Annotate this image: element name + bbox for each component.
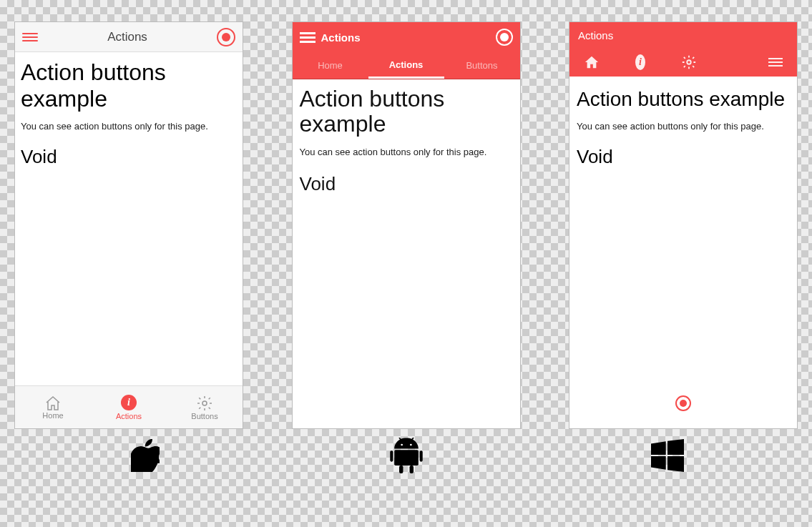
svg-point-0 <box>202 401 207 405</box>
record-action-icon[interactable] <box>675 395 691 411</box>
content-heading: Action buttons example <box>577 88 790 111</box>
content-subtext: You can see action buttons only for this… <box>21 121 237 132</box>
android-logo-icon <box>388 438 424 473</box>
tab-buttons[interactable]: Buttons <box>444 52 520 79</box>
tab-home[interactable]: Home <box>293 52 368 79</box>
void-heading: Void <box>21 146 237 168</box>
page-title: Actions <box>578 29 613 41</box>
windows-logo-icon <box>650 438 685 473</box>
os-logo-row <box>0 438 812 473</box>
tab-label: Buttons <box>191 412 217 420</box>
device-ios: Actions Action buttons example You can s… <box>14 21 243 429</box>
tab-label: Actions <box>116 412 142 420</box>
svg-point-1 <box>687 60 691 64</box>
svg-rect-4 <box>394 450 419 466</box>
ios-tabbar: Home i Actions Buttons <box>15 385 243 428</box>
svg-rect-7 <box>399 466 403 473</box>
svg-rect-5 <box>390 450 393 461</box>
home-icon[interactable] <box>584 55 600 69</box>
tab-home[interactable]: Home <box>15 386 91 428</box>
android-content: Action buttons example You can see actio… <box>293 79 520 428</box>
content-subtext: You can see action buttons only for this… <box>300 147 513 157</box>
device-windows: Actions i Action buttons example You can… <box>569 21 798 429</box>
svg-point-2 <box>401 444 403 446</box>
svg-point-3 <box>410 444 412 446</box>
svg-marker-12 <box>667 456 684 472</box>
content-heading: Action buttons example <box>300 87 513 137</box>
device-android: Actions Home Actions Buttons Action butt… <box>292 21 521 429</box>
windows-bottom-bar <box>577 385 790 421</box>
device-comparison-stage: Actions Action buttons example You can s… <box>0 0 812 429</box>
void-heading: Void <box>300 173 513 195</box>
windows-content: Action buttons example You can see actio… <box>569 77 797 428</box>
tab-buttons[interactable]: Buttons <box>167 386 243 428</box>
windows-action-bar: i <box>569 48 797 77</box>
apple-logo-icon <box>127 438 163 473</box>
android-header: Actions <box>293 22 520 52</box>
menu-icon[interactable] <box>768 56 783 69</box>
info-icon[interactable]: i <box>635 54 645 70</box>
windows-header: Actions <box>569 22 797 48</box>
page-title: Actions <box>321 31 361 44</box>
ios-content: Action buttons example You can see actio… <box>15 52 243 385</box>
svg-marker-9 <box>651 441 666 455</box>
home-icon <box>44 395 62 411</box>
record-action-icon[interactable] <box>496 29 513 46</box>
gear-icon <box>196 395 213 412</box>
svg-marker-11 <box>651 456 666 470</box>
svg-rect-8 <box>409 466 413 473</box>
void-heading: Void <box>577 146 790 168</box>
record-action-icon[interactable] <box>217 28 235 46</box>
svg-marker-10 <box>667 439 684 455</box>
content-subtext: You can see action buttons only for this… <box>577 121 790 132</box>
gear-icon[interactable] <box>681 54 697 70</box>
ios-header: Actions <box>15 22 243 52</box>
page-title: Actions <box>107 30 147 44</box>
svg-rect-6 <box>419 450 422 461</box>
info-icon: i <box>121 395 137 410</box>
menu-icon[interactable] <box>22 31 38 44</box>
tab-actions[interactable]: Actions <box>368 52 444 79</box>
tab-label: Home <box>42 411 63 420</box>
tab-actions[interactable]: i Actions <box>91 386 167 428</box>
menu-icon[interactable] <box>300 30 315 45</box>
android-tabs: Home Actions Buttons <box>293 52 520 79</box>
content-heading: Action buttons example <box>21 59 237 112</box>
